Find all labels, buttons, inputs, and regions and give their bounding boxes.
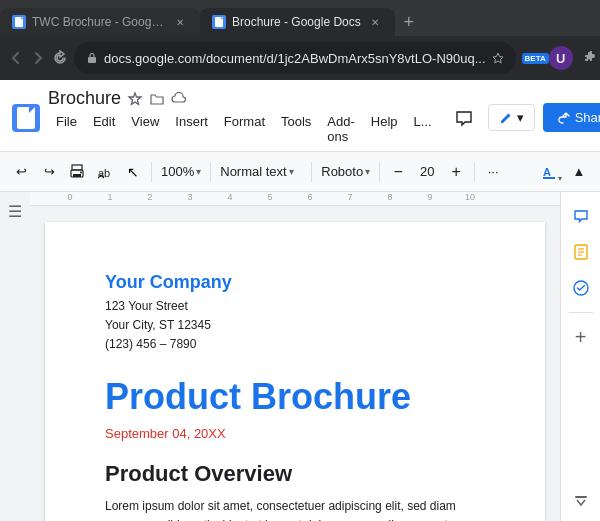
share-icon: [557, 111, 571, 125]
svg-rect-23: [575, 496, 587, 498]
toolbar-sep-5: [474, 162, 475, 182]
ruler-marks: 0 1 2 3 4 5 6 7 8 9 10: [50, 192, 560, 202]
svg-text:A: A: [543, 166, 551, 178]
overview-text: Lorem ipsum dolor sit amet, consectetuer…: [105, 497, 485, 521]
undo-button[interactable]: ↩: [8, 159, 34, 185]
sidebar-notes-button[interactable]: [565, 236, 597, 268]
company-name: Your Company: [105, 272, 485, 293]
menu-file[interactable]: File: [48, 111, 85, 147]
tab-bar: TWC Brochure - Google Docs ✕ Brochure - …: [0, 0, 600, 36]
menu-addons[interactable]: Add-ons: [319, 111, 362, 147]
doc-title[interactable]: Brochure: [48, 88, 121, 109]
zoom-value: 100%: [161, 164, 194, 179]
svg-marker-10: [129, 93, 141, 105]
docs-logo: [12, 104, 40, 132]
product-title: Product Brochure: [105, 375, 485, 418]
toolbar-sep-4: [379, 162, 380, 182]
font-select[interactable]: Roboto ▾: [317, 161, 374, 182]
svg-point-14: [80, 171, 82, 173]
edit-btn-chevron: ▾: [517, 110, 524, 125]
docs-menu-bar: File Edit View Insert Format Tools Add-o…: [48, 111, 440, 147]
tab-2[interactable]: Brochure - Google Docs ✕: [200, 8, 395, 36]
font-size-decrease-button[interactable]: −: [385, 159, 411, 185]
svg-marker-6: [493, 53, 503, 63]
star-icon[interactable]: [127, 91, 143, 107]
spell-check-button[interactable]: ab: [92, 159, 118, 185]
tab1-close-icon[interactable]: ✕: [172, 14, 188, 30]
scroll-to-bottom-button[interactable]: [565, 485, 597, 517]
tasks-icon: [572, 279, 590, 297]
notes-icon: [572, 243, 590, 261]
ruler: 0 1 2 3 4 5 6 7 8 9 10: [30, 192, 560, 206]
refresh-button[interactable]: [52, 44, 68, 72]
docs-toolbar: ↩ ↪ ab ↖ 100% ▾ Normal text ▾ Roboto ▾ −…: [0, 152, 600, 192]
comment-icon: [572, 207, 590, 225]
ruler-mark: 8: [370, 192, 410, 202]
tab-1[interactable]: TWC Brochure - Google Docs ✕: [0, 8, 200, 36]
extensions-icon[interactable]: [577, 44, 600, 72]
sidebar-comment-button[interactable]: [565, 200, 597, 232]
extension-icon-u[interactable]: U: [549, 46, 573, 70]
ruler-mark: 1: [90, 192, 130, 202]
docs-title-area: Brochure File Edit View Insert Format To…: [48, 88, 440, 147]
outline-icon[interactable]: ☰: [8, 202, 22, 221]
font-size-area: − 20 +: [385, 159, 469, 185]
font-size-value[interactable]: 20: [412, 164, 442, 179]
svg-text:ab: ab: [98, 167, 110, 179]
toolbar-sep-1: [151, 162, 152, 182]
docs-header: Brochure File Edit View Insert Format To…: [0, 80, 600, 152]
svg-rect-17: [543, 177, 555, 179]
ruler-area: 0 1 2 3 4 5 6 7 8 9 10 Your Company: [30, 192, 560, 521]
back-button[interactable]: [8, 44, 24, 72]
menu-view[interactable]: View: [123, 111, 167, 147]
bookmark-icon[interactable]: [492, 52, 504, 64]
docs-app: Brochure File Edit View Insert Format To…: [0, 80, 600, 521]
paragraph-style-value: Normal text: [220, 164, 286, 179]
comments-button[interactable]: [448, 102, 480, 134]
new-tab-button[interactable]: +: [395, 8, 423, 36]
menu-help[interactable]: Help: [363, 111, 406, 147]
zoom-select[interactable]: 100% ▾: [157, 161, 205, 182]
docs-sidebar-right: +: [560, 192, 600, 521]
menu-edit[interactable]: Edit: [85, 111, 123, 147]
paint-format-button[interactable]: ↖: [120, 159, 146, 185]
print-icon: [69, 164, 85, 180]
tab1-favicon-icon: [12, 15, 26, 29]
paint-icon: ↖: [127, 164, 139, 180]
more-formatting-icon: ···: [488, 164, 499, 179]
tab2-close-icon[interactable]: ✕: [367, 14, 383, 30]
tab1-title: TWC Brochure - Google Docs: [32, 15, 166, 29]
company-address: 123 Your Street Your City, ST 12345 (123…: [105, 297, 485, 355]
doc-scroll[interactable]: Your Company 123 Your Street Your City, …: [30, 206, 560, 521]
browser-toolbar-icons: BETA U K: [522, 44, 600, 72]
edit-mode-button[interactable]: ▾: [488, 104, 535, 131]
svg-rect-11: [72, 165, 82, 170]
zoom-chevron-icon: ▾: [196, 166, 201, 177]
sidebar-tasks-button[interactable]: [565, 272, 597, 304]
tab2-title: Brochure - Google Docs: [232, 15, 361, 29]
menu-format[interactable]: Format: [216, 111, 273, 147]
folder-icon[interactable]: [149, 91, 165, 107]
cloud-icon[interactable]: [171, 91, 187, 107]
menu-more[interactable]: L...: [406, 111, 440, 147]
ruler-mark: 10: [450, 192, 490, 202]
collapse-toolbar-button[interactable]: ▲: [566, 159, 592, 185]
print-button[interactable]: [64, 159, 90, 185]
redo-button[interactable]: ↪: [36, 159, 62, 185]
forward-button[interactable]: [30, 44, 46, 72]
tab2-favicon-icon: [212, 15, 226, 29]
address-line3: (123) 456 – 7890: [105, 335, 485, 354]
menu-insert[interactable]: Insert: [167, 111, 216, 147]
menu-tools[interactable]: Tools: [273, 111, 319, 147]
toolbar-sep-2: [210, 162, 211, 182]
text-color-button[interactable]: A ▾: [536, 159, 562, 185]
share-button[interactable]: Share: [543, 103, 600, 132]
address-bar[interactable]: docs.google.com/document/d/1jc2ABwDmArx5…: [74, 42, 516, 74]
sidebar-add-button[interactable]: +: [565, 321, 597, 353]
ruler-mark: 5: [250, 192, 290, 202]
more-formatting-button[interactable]: ···: [480, 159, 506, 185]
ruler-mark: 6: [290, 192, 330, 202]
font-size-increase-button[interactable]: +: [443, 159, 469, 185]
paragraph-style-select[interactable]: Normal text ▾: [216, 161, 306, 182]
lock-icon: [86, 52, 98, 64]
